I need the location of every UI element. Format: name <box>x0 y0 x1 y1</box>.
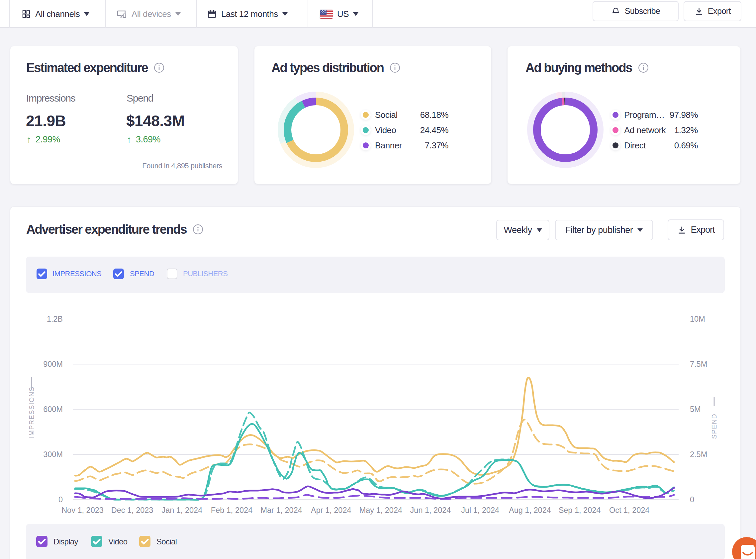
svg-text:Sep 1, 2024: Sep 1, 2024 <box>559 506 601 515</box>
svg-text:300M: 300M <box>43 450 63 459</box>
svg-text:Nov 1, 2023: Nov 1, 2023 <box>62 506 104 515</box>
svg-text:IMPRESSIONS: IMPRESSIONS <box>28 386 35 438</box>
svg-text:Aug 1, 2024: Aug 1, 2024 <box>509 506 551 515</box>
svg-text:7.5M: 7.5M <box>690 360 707 368</box>
svg-text:May 1, 2024: May 1, 2024 <box>360 506 402 515</box>
svg-text:600M: 600M <box>43 405 63 413</box>
svg-text:0: 0 <box>690 495 694 504</box>
svg-text:Jul 1, 2024: Jul 1, 2024 <box>461 506 499 515</box>
svg-text:Jun 1, 2024: Jun 1, 2024 <box>410 506 451 515</box>
svg-text:0: 0 <box>59 495 63 504</box>
svg-text:Mar 1, 2024: Mar 1, 2024 <box>260 506 302 515</box>
svg-text:Jan 1, 2024: Jan 1, 2024 <box>161 506 202 515</box>
svg-text:Dec 1, 2023: Dec 1, 2023 <box>111 506 153 515</box>
svg-text:5M: 5M <box>690 405 701 413</box>
svg-text:Feb 1, 2024: Feb 1, 2024 <box>211 506 253 515</box>
svg-text:2.5M: 2.5M <box>690 450 707 459</box>
svg-text:10M: 10M <box>690 315 705 323</box>
svg-text:1.2B: 1.2B <box>47 315 63 323</box>
svg-text:Oct 1, 2024: Oct 1, 2024 <box>609 506 650 515</box>
svg-text:900M: 900M <box>43 360 63 368</box>
svg-text:Apr 1, 2024: Apr 1, 2024 <box>311 506 351 515</box>
svg-text:SPEND: SPEND <box>711 413 718 439</box>
